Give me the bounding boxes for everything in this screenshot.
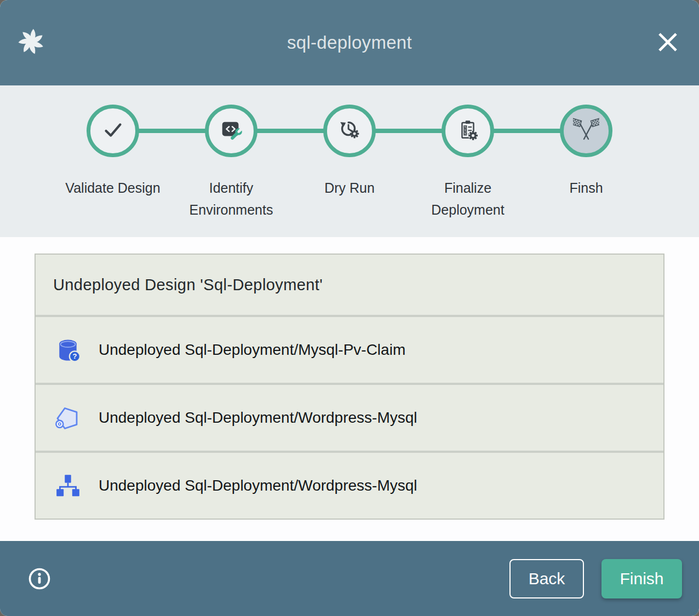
step-validate-design-circle[interactable] [87, 105, 139, 157]
step-dry-run-circle[interactable] [323, 105, 376, 157]
step-validate-design: Validate Design [54, 105, 172, 221]
undeployed-results-panel: Undeployed Design 'Sql-Deployment' ? Und… [35, 254, 664, 520]
step-label: Dry Run [324, 177, 375, 199]
result-text: Undeployed Sql-Deployment/Mysql-Pv-Claim [99, 341, 405, 359]
clipboard-checklist-gear-icon [455, 117, 480, 145]
results-header-row: Undeployed Design 'Sql-Deployment' [36, 255, 663, 315]
info-button[interactable] [27, 567, 51, 591]
step-label: Identify Environments [182, 177, 280, 221]
code-window-wrench-icon [219, 117, 244, 145]
result-row-wordpress-mysql-pod: Undeployed Sql-Deployment/Wordpress-Mysq… [36, 385, 663, 451]
step-finalize-deployment-circle[interactable] [442, 105, 494, 157]
results-area: Undeployed Design 'Sql-Deployment' ? Und… [0, 237, 699, 541]
dialog-title: sql-deployment [287, 32, 412, 53]
step-dry-run: Dry Run [290, 105, 409, 221]
dialog-header: sql-deployment [0, 0, 699, 85]
finish-button[interactable]: Finish [601, 559, 682, 598]
result-row-mysql-pv-claim: ? Undeployed Sql-Deployment/Mysql-Pv-Cla… [36, 317, 663, 383]
step-label: Finalize Deployment [419, 177, 517, 221]
pinwheel-logo-icon [15, 26, 47, 57]
step-identify-environments: Identify Environments [172, 105, 290, 221]
step-label: Finsh [569, 177, 603, 199]
hierarchy-tree-icon [54, 471, 82, 500]
step-finish-circle[interactable] [560, 105, 612, 157]
close-icon [655, 48, 680, 56]
info-circle-icon [27, 584, 51, 592]
svg-text:?: ? [72, 352, 77, 360]
wizard-stepper: Validate Design [0, 85, 699, 237]
results-header-text: Undeployed Design 'Sql-Deployment' [53, 276, 323, 294]
sql-deployment-wizard-dialog: sql-deployment Validate Design [0, 0, 699, 616]
step-finish: Finsh [527, 105, 645, 221]
step-identify-environments-circle[interactable] [205, 105, 257, 157]
checkered-flags-icon [573, 117, 599, 145]
dialog-footer: Back Finish [0, 541, 699, 616]
history-clock-gear-icon [337, 117, 362, 145]
result-text: Undeployed Sql-Deployment/Wordpress-Mysq… [99, 409, 417, 427]
step-label: Validate Design [65, 177, 160, 199]
check-icon [100, 117, 125, 145]
result-text: Undeployed Sql-Deployment/Wordpress-Mysq… [99, 477, 417, 494]
database-question-icon: ? [54, 336, 82, 364]
close-button[interactable] [654, 28, 681, 56]
result-row-wordpress-mysql-deployment: Undeployed Sql-Deployment/Wordpress-Mysq… [36, 453, 663, 519]
step-finalize-deployment: Finalize Deployment [409, 105, 527, 221]
back-button[interactable]: Back [509, 559, 584, 598]
pod-pentagon-icon [54, 404, 82, 432]
